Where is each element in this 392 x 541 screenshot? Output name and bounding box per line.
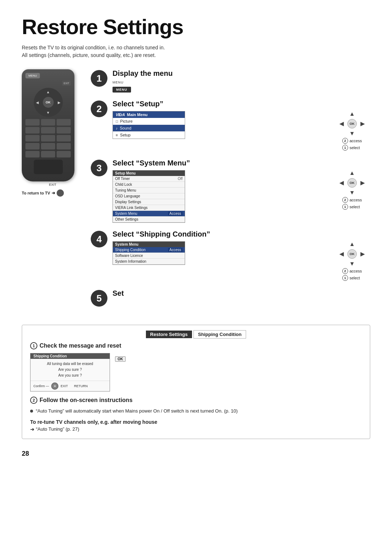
remote-btn-3[interactable] bbox=[57, 119, 71, 126]
left-arrow-step3: ◀ bbox=[339, 180, 344, 186]
access-select-step3: 2 access 1 select bbox=[342, 197, 362, 211]
circle-1-step4: 1 bbox=[342, 275, 348, 281]
system-menu-header: System Menu bbox=[113, 242, 185, 247]
section1-title: 1 Check the message and reset bbox=[30, 342, 362, 349]
setup-row-display: Display Settings bbox=[113, 199, 185, 205]
bullet-icon bbox=[30, 410, 33, 413]
system-row-software: Software Licence bbox=[113, 253, 185, 259]
info-box-header: Restore Settings Shipping Condition bbox=[30, 332, 362, 337]
remote-btn-12[interactable] bbox=[57, 143, 71, 149]
shipping-screen-header: Shipping Condition bbox=[30, 353, 110, 359]
remote-ok-button[interactable]: OK bbox=[43, 97, 54, 108]
tab-restore: Restore Settings bbox=[146, 331, 192, 338]
retune-section: To re-tune TV channels only, e.g. after … bbox=[30, 419, 362, 432]
shipping-screen-body: All tuning data will be erased Are you s… bbox=[30, 359, 110, 381]
menu-item-sound: ♪ Sound bbox=[113, 125, 185, 132]
section1-number: 1 bbox=[30, 342, 37, 349]
steps-column: 1 Display the menu MENU MENU 2 Select “S… bbox=[91, 69, 370, 314]
setup-row-viera: VIERA Link Settings bbox=[113, 205, 185, 211]
shipping-screen-area: Shipping Condition All tuning data will … bbox=[30, 353, 362, 392]
nav-left-arrow[interactable]: ◀ bbox=[36, 101, 39, 104]
menu-key-button: MENU bbox=[113, 87, 131, 93]
nav-down-arrow[interactable]: ▼ bbox=[46, 111, 50, 115]
setup-row-offtimer: Off TimerOff bbox=[113, 176, 185, 182]
nav-right-arrow[interactable]: ▶ bbox=[58, 101, 61, 104]
remote-btn-9[interactable] bbox=[57, 135, 71, 142]
main-menu-screen: VIErA Main Menu □ Picture ♪ Sound bbox=[113, 111, 185, 139]
down-arrow-step3: ▼ bbox=[349, 190, 355, 196]
right-arrow-step4: ▶ bbox=[360, 251, 365, 257]
remote-nav-ring: ▲ ▼ ◀ ▶ OK bbox=[34, 88, 63, 117]
step-4: 4 Select “Shipping Condition” System Men… bbox=[91, 230, 370, 282]
page-title: Restore Settings bbox=[22, 15, 370, 39]
section2-title: 2 Follow the on-screen instructions bbox=[30, 397, 362, 404]
step-1: 1 Display the menu MENU MENU bbox=[91, 69, 370, 93]
access-select-step2: 2 access 1 select bbox=[342, 138, 362, 152]
ok-small-button[interactable]: OK bbox=[115, 356, 126, 362]
remote-btn-14[interactable] bbox=[41, 151, 55, 157]
tab-shipping: Shipping Condition bbox=[193, 330, 246, 339]
ok-nav-step3: ▲ ▼ ◀ ▶ OK bbox=[339, 170, 365, 196]
remote-btn-2[interactable] bbox=[41, 119, 55, 126]
remote-exit-button[interactable]: EXIT bbox=[62, 81, 71, 86]
nav-up-arrow[interactable]: ▲ bbox=[46, 90, 50, 94]
remote-btn-1[interactable] bbox=[25, 119, 40, 126]
remote-btn-15[interactable] bbox=[57, 151, 71, 157]
step-3-controls: ▲ ▼ ◀ ▶ OK 2 access 1 bbox=[334, 170, 370, 211]
step-2-controls: ▲ ▼ ◀ ▶ OK 2 access 1 bbox=[334, 111, 370, 152]
setup-row-other: Other Settings bbox=[113, 217, 185, 222]
step-3-title: Select “System Menu” bbox=[113, 159, 370, 167]
section2: 2 Follow the on-screen instructions “Aut… bbox=[30, 397, 362, 415]
setup-menu-screen: Setup Menu Off TimerOff Child Lock Tunin… bbox=[113, 170, 185, 223]
menu-key-label: MENU bbox=[113, 81, 370, 84]
step-3-number: 3 bbox=[91, 160, 107, 176]
remote-btn-13[interactable] bbox=[25, 151, 40, 157]
remote-control: MENU EXIT ▲ ▼ ◀ ▶ OK bbox=[22, 69, 80, 314]
access-select-step4: 2 access 1 select bbox=[342, 268, 362, 282]
left-arrow-step4: ◀ bbox=[339, 251, 344, 257]
remote-btn-10[interactable] bbox=[25, 143, 40, 149]
subtitle: Resets the TV to its original condition,… bbox=[22, 44, 370, 59]
step-2-content: Select “Setup” VIErA Main Menu □ Picture bbox=[113, 100, 370, 152]
menu-item-picture: □ Picture bbox=[113, 118, 185, 125]
setup-row-tuning: Tuning Menu bbox=[113, 188, 185, 193]
remote-button-grid bbox=[25, 119, 71, 157]
ok-center-step4: OK bbox=[347, 249, 357, 259]
circle-2-step2: 2 bbox=[342, 138, 348, 144]
circle-2-step3: 2 bbox=[342, 197, 348, 203]
setup-row-childlock: Child Lock bbox=[113, 182, 185, 188]
remote-btn-8[interactable] bbox=[41, 135, 55, 142]
right-arrow-step2: ▶ bbox=[360, 121, 365, 127]
ok-center-step2: OK bbox=[347, 119, 357, 128]
step-5: 5 Set bbox=[91, 289, 370, 307]
step-4-controls: ▲ ▼ ◀ ▶ OK 2 access 1 bbox=[334, 241, 370, 282]
system-menu-screen: System Menu Shipping ConditionAccess Sof… bbox=[113, 241, 185, 265]
menu-item-setup: ≡ Setup bbox=[113, 132, 185, 139]
step-2-title: Select “Setup” bbox=[113, 100, 370, 108]
section2-number: 2 bbox=[30, 397, 37, 404]
step-3: 3 Select “System Menu” Setup Menu Off Ti… bbox=[91, 159, 370, 223]
remote-btn-7[interactable] bbox=[25, 135, 40, 142]
retune-arrow-icon: ➜ bbox=[30, 426, 34, 432]
up-arrow-step4: ▲ bbox=[349, 241, 355, 247]
main-menu-header: VIErA Main Menu bbox=[113, 111, 185, 118]
system-row-shipping: Shipping ConditionAccess bbox=[113, 247, 185, 253]
info-box: Restore Settings Shipping Condition 1 Ch… bbox=[22, 325, 370, 439]
remote-btn-11[interactable] bbox=[41, 143, 55, 149]
setup-row-osd: OSD Language bbox=[113, 193, 185, 199]
step-4-number: 4 bbox=[91, 231, 107, 247]
remote-btn-4[interactable] bbox=[25, 127, 40, 134]
remote-btn-5[interactable] bbox=[41, 127, 55, 134]
retune-title: To re-tune TV channels only, e.g. after … bbox=[30, 419, 362, 425]
circle-1-step2: 1 bbox=[342, 145, 348, 151]
shipping-condition-screen: Shipping Condition All tuning data will … bbox=[30, 353, 110, 392]
viera-logo: VIErA bbox=[116, 113, 125, 117]
remote-menu-button[interactable]: MENU bbox=[25, 73, 40, 78]
remote-btn-6[interactable] bbox=[57, 127, 71, 134]
step-1-number: 1 bbox=[91, 70, 107, 87]
step-5-title: Set bbox=[113, 289, 370, 298]
section2-note: “Auto Tuning” will automatically start w… bbox=[30, 407, 362, 415]
ok-nav-step4: ▲ ▼ ◀ ▶ OK bbox=[339, 241, 365, 267]
setup-menu-header: Setup Menu bbox=[113, 171, 185, 176]
step-5-number: 5 bbox=[91, 290, 107, 307]
